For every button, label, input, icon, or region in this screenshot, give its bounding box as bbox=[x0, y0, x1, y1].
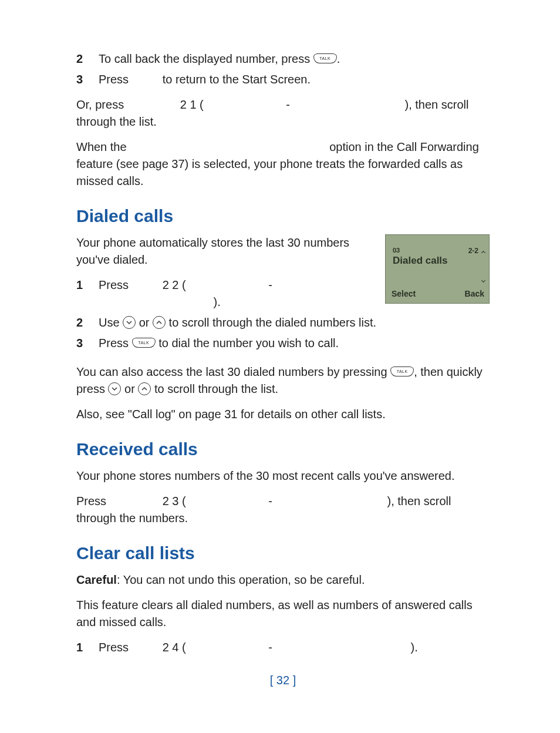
screen-small-label: 03 bbox=[393, 247, 400, 254]
text: 2 2 ( bbox=[163, 278, 186, 291]
clear-intro: This feature clears all dialed numbers, … bbox=[76, 597, 490, 631]
dialed-access-paragraph: You can also access the last 30 dialed n… bbox=[76, 364, 490, 398]
text: - bbox=[268, 641, 272, 654]
scroll-indicator-icon bbox=[481, 251, 485, 282]
talk-key-icon: TALK bbox=[132, 338, 156, 348]
scroll-down-icon bbox=[108, 382, 121, 395]
text: to dial the number you wish to call. bbox=[158, 337, 339, 349]
screen-softkey-back: Back bbox=[465, 289, 484, 298]
text: to scroll through the dialed numbers lis… bbox=[169, 316, 377, 329]
or-paragraph: Or, press 2 1 ( - ), then scroll through… bbox=[76, 96, 490, 130]
text: or bbox=[139, 316, 153, 329]
step-number: 2 bbox=[76, 51, 99, 68]
received-press: Press 2 3 ( - ), then scroll through the… bbox=[76, 493, 490, 527]
clear-careful: Careful: You can not undo this operation… bbox=[76, 571, 490, 589]
dialed-step-2: 2 Use or to scroll through the dialed nu… bbox=[76, 314, 490, 331]
dialed-step-1: 1 Press 2 2 ( - ). bbox=[76, 277, 376, 311]
text: to return to the Start Screen. bbox=[163, 73, 311, 86]
careful-label: Careful bbox=[76, 573, 117, 586]
talk-key-icon: TALK bbox=[390, 366, 414, 376]
text: Press bbox=[99, 641, 129, 654]
text: - bbox=[286, 98, 290, 111]
dialed-seealso: Also, see "Call log" on page 31 for deta… bbox=[76, 406, 490, 423]
screen-title: Dialed calls bbox=[393, 255, 448, 267]
clear-step-1: 1 Press 2 4 ( - ). bbox=[76, 639, 490, 656]
talk-key-icon: TALK bbox=[313, 53, 337, 63]
text: Or, press bbox=[76, 98, 124, 111]
text: When the bbox=[76, 140, 127, 153]
text: - bbox=[268, 495, 272, 507]
text: ), then scroll through the list. bbox=[76, 98, 468, 128]
step-body: Press to return to the Start Screen. bbox=[99, 71, 490, 88]
text: ). bbox=[214, 295, 221, 308]
screen-softkey-select: Select bbox=[392, 289, 416, 298]
step-number: 1 bbox=[76, 639, 99, 656]
text: 2 3 ( bbox=[163, 495, 186, 507]
text: Press bbox=[99, 337, 132, 349]
text: To call back the displayed number, press bbox=[99, 52, 313, 65]
text: to scroll through the list. bbox=[154, 382, 278, 395]
text: 2 1 ( bbox=[180, 98, 204, 111]
scroll-up-icon bbox=[153, 316, 166, 329]
step-body: Press TALK to dial the number you wish t… bbox=[99, 335, 490, 352]
text: . bbox=[337, 52, 340, 65]
dialed-step-3: 3 Press TALK to dial the number you wish… bbox=[76, 335, 490, 352]
when-paragraph: When the option in the Call Forwarding f… bbox=[76, 139, 490, 190]
step-3: 3 Press to return to the Start Screen. bbox=[76, 71, 490, 88]
text: 2 4 ( bbox=[163, 641, 186, 654]
step-body: Press 2 2 ( - ). bbox=[99, 277, 376, 311]
step-body: Press 2 4 ( - ). bbox=[99, 639, 490, 656]
step-number: 2 bbox=[76, 314, 99, 331]
step-number: 1 bbox=[76, 277, 99, 294]
screen-menu-index: 2-2 bbox=[468, 247, 478, 255]
step-body: Use or to scroll through the dialed numb… bbox=[99, 314, 490, 331]
step-2: 2 To call back the displayed number, pre… bbox=[76, 51, 490, 68]
text: You can also access the last 30 dialed n… bbox=[76, 365, 390, 378]
text: ). bbox=[411, 641, 418, 654]
scroll-up-icon bbox=[138, 382, 151, 395]
text: Use bbox=[99, 316, 123, 329]
received-intro: Your phone stores numbers of the 30 most… bbox=[76, 468, 490, 485]
heading-received-calls: Received calls bbox=[76, 439, 490, 459]
scroll-down-icon bbox=[123, 316, 136, 329]
heading-clear-call-lists: Clear call lists bbox=[76, 543, 490, 563]
text: or bbox=[124, 382, 138, 395]
step-number: 3 bbox=[76, 71, 99, 88]
text: ), then scroll through the numbers. bbox=[76, 495, 451, 524]
text: - bbox=[268, 278, 272, 291]
text: Press bbox=[76, 495, 106, 507]
text: Press bbox=[99, 278, 129, 291]
text: : You can not undo this operation, so be… bbox=[117, 573, 365, 586]
page-number: [ 32 ] bbox=[76, 674, 490, 687]
heading-dialed-calls: Dialed calls bbox=[76, 206, 490, 226]
step-number: 3 bbox=[76, 335, 99, 352]
text: option in the Call Forwarding feature (s… bbox=[76, 140, 479, 187]
step-body: To call back the displayed number, press… bbox=[99, 51, 490, 68]
text: Press bbox=[99, 73, 129, 86]
phone-screen-illustration: 03 Dialed calls 2-2 Select Back bbox=[385, 234, 490, 304]
